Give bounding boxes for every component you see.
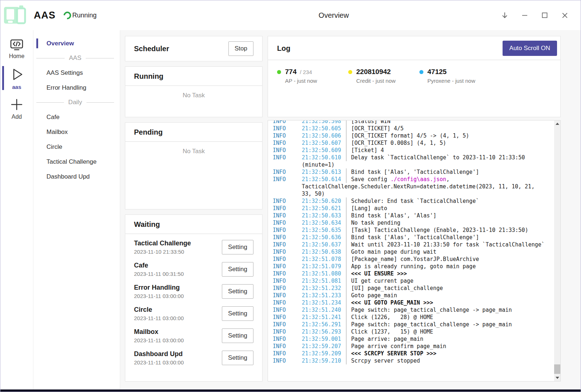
stat-dot-icon bbox=[419, 70, 423, 74]
nav-section-divider: Daily bbox=[33, 95, 120, 110]
rail-item-home[interactable]: Home bbox=[0, 36, 33, 62]
stat-body: 774 / 234 AP - just now bbox=[285, 68, 317, 84]
task-setting-button[interactable]: Setting bbox=[222, 284, 253, 299]
task-next-run: 2023-11-11 00:31:50 bbox=[134, 271, 184, 277]
rail-item-aas[interactable]: aas bbox=[0, 64, 33, 92]
home-monitor-code-icon bbox=[10, 39, 24, 51]
log-scrollbar[interactable] bbox=[554, 121, 560, 381]
close-icon bbox=[561, 12, 569, 19]
scrollbar-thumb[interactable] bbox=[554, 364, 560, 374]
nav-item-label: Mailbox bbox=[46, 128, 68, 136]
stat-label: AP - just now bbox=[285, 78, 317, 84]
window-bottom-edge bbox=[0, 389, 581, 392]
task-info: Dashboard Upd 2023-11-11 03:00:00 bbox=[134, 350, 184, 366]
running-title: Running bbox=[134, 72, 253, 81]
rail-item-add[interactable]: Add bbox=[0, 94, 33, 122]
waiting-task-row: Tactical Challenge 2023-11-10 21:33:50 S… bbox=[134, 236, 253, 258]
waiting-task-row: Dashboard Upd 2023-11-11 03:00:00 Settin… bbox=[134, 347, 253, 369]
running-empty-text: No Task bbox=[125, 92, 262, 99]
nav-section-label: Daily bbox=[68, 99, 82, 106]
nav-item-label: AAS Settings bbox=[46, 69, 83, 77]
stat-item: 774 / 234 AP - just now bbox=[277, 68, 348, 84]
stat-suffix: / 234 bbox=[298, 69, 312, 75]
log-line: INFO21:32:51.078[Package_name] com.Yosta… bbox=[273, 256, 549, 263]
pending-title: Pending bbox=[134, 128, 253, 136]
task-next-run: 2023-11-11 03:00:00 bbox=[134, 293, 184, 299]
task-setting-button[interactable]: Setting bbox=[222, 240, 253, 254]
log-line: INFO21:32:50.637Wait until 2023-11-10 21… bbox=[273, 241, 549, 248]
scheduler-title: Scheduler bbox=[134, 45, 169, 53]
scheduler-card: Scheduler Stop bbox=[125, 36, 263, 61]
pending-card: Pending No Task bbox=[125, 122, 263, 209]
stat-value-row: 774 / 234 bbox=[285, 69, 312, 75]
log-line: INFO21:32:50.610Delay task `TacticalChal… bbox=[273, 154, 549, 161]
close-button[interactable] bbox=[559, 9, 570, 21]
nav-item-label: Cafe bbox=[46, 114, 60, 121]
waiting-task-row: Mailbox 2023-11-11 03:00:00 Setting bbox=[134, 324, 253, 347]
log-header: Log Auto Scroll ON bbox=[268, 36, 560, 60]
log-line: INFO21:32:59.210Scrcpy server stopped bbox=[273, 357, 549, 364]
divider-line bbox=[86, 58, 114, 58]
log-line: INFO21:32:50.636Bind task ['Alas', 'Tact… bbox=[273, 234, 549, 241]
waiting-card: Waiting Tactical Challenge 2023-11-10 21… bbox=[125, 215, 263, 381]
task-setting-button[interactable]: Setting bbox=[222, 351, 253, 365]
nav-item-cafe[interactable]: Cafe bbox=[33, 110, 120, 124]
log-line: INFO21:32:50.634No task pending bbox=[273, 219, 549, 226]
task-info: Error Handling 2023-11-11 03:00:00 bbox=[134, 284, 184, 299]
task-name: Mailbox bbox=[134, 328, 184, 336]
nav-section-label: AAS bbox=[69, 54, 81, 62]
log-title: Log bbox=[277, 44, 290, 53]
log-line: INFO21:32:50.598[Status] WIN bbox=[273, 120, 549, 125]
log-line: INFO21:32:51.234<<< UI GOTO PAGE_MAIN >>… bbox=[273, 299, 549, 306]
stat-item: 220810942 Credit - just now bbox=[348, 68, 419, 84]
nav-item-tactical-challenge[interactable]: Tactical Challenge bbox=[33, 154, 120, 169]
stat-value: 47125 bbox=[427, 68, 447, 75]
waiting-task-row: Error Handling 2023-11-11 03:00:00 Setti… bbox=[134, 280, 253, 302]
log-line-continuation: (minute=1) bbox=[273, 161, 549, 168]
task-name: Circle bbox=[134, 306, 184, 314]
rail-item-label: Add bbox=[12, 114, 22, 120]
nav-item-overview[interactable]: Overview bbox=[33, 36, 120, 51]
log-line: INFO21:32:50.633Bind task ['Alas', 'Alas… bbox=[273, 212, 549, 219]
nav-item-circle[interactable]: Circle bbox=[33, 139, 120, 154]
log-line: INFO21:32:51.241Click (1226, 28) @ HOME bbox=[273, 314, 549, 321]
log-line: INFO21:32:51.240Page switch: page_tactic… bbox=[273, 306, 549, 314]
scroll-down-button[interactable] bbox=[554, 375, 560, 381]
nav-item-dashboard-upd[interactable]: Dashboard Upd bbox=[33, 169, 120, 184]
running-spinner-icon bbox=[62, 10, 73, 21]
log-line: INFO21:32:50.613Bind task ['Alas', 'Tact… bbox=[273, 168, 549, 176]
log-line: INFO21:32:51.233Goto page_main bbox=[273, 292, 549, 299]
nav-list: Overview AAS AAS SettingsError Handling … bbox=[33, 36, 120, 184]
window-controls bbox=[491, 9, 570, 21]
waiting-task-list: Tactical Challenge 2023-11-10 21:33:50 S… bbox=[125, 234, 262, 369]
log-line: INFO21:32:56.293Click (1237, 15) @ HOME bbox=[273, 328, 549, 335]
divider bbox=[125, 141, 262, 142]
stat-body: 220810942 Credit - just now bbox=[356, 68, 395, 84]
scroll-up-button[interactable] bbox=[554, 121, 560, 127]
task-next-run: 2023-11-10 21:33:50 bbox=[134, 249, 191, 255]
task-setting-button[interactable]: Setting bbox=[222, 262, 253, 277]
task-next-run: 2023-11-11 03:00:00 bbox=[134, 337, 184, 343]
maximize-button[interactable] bbox=[539, 9, 550, 21]
log-view: INFO21:32:50.598[Status] WININFO21:32:50… bbox=[268, 120, 561, 381]
triangle-up-icon bbox=[556, 123, 559, 125]
stat-label: Credit - just now bbox=[356, 78, 395, 84]
minimize-button[interactable] bbox=[519, 9, 531, 21]
auto-scroll-button[interactable]: Auto Scroll ON bbox=[503, 41, 557, 56]
app-logo-icon bbox=[3, 4, 27, 26]
stat-body: 47125 Pyroxene - just now bbox=[427, 68, 475, 84]
log-line-continuation: 33, 50) bbox=[273, 190, 549, 197]
nav-item-mailbox[interactable]: Mailbox bbox=[33, 124, 120, 139]
window-content: Home aas Add Overview AAS AAS SettingsEr… bbox=[0, 30, 581, 389]
nav-item-aas-settings[interactable]: AAS Settings bbox=[33, 65, 120, 80]
nav-item-label: Dashboard Upd bbox=[46, 173, 90, 180]
task-info: Tactical Challenge 2023-11-10 21:33:50 bbox=[134, 240, 191, 255]
task-setting-button[interactable]: Setting bbox=[222, 328, 253, 343]
task-name: Tactical Challenge bbox=[134, 240, 191, 247]
hide-to-tray-button[interactable] bbox=[499, 9, 511, 21]
stop-button[interactable]: Stop bbox=[228, 41, 253, 56]
task-setting-button[interactable]: Setting bbox=[222, 306, 253, 321]
nav-item-error-handling[interactable]: Error Handling bbox=[33, 80, 120, 95]
rail-item-label: Home bbox=[9, 53, 25, 60]
plus-icon bbox=[9, 97, 24, 112]
